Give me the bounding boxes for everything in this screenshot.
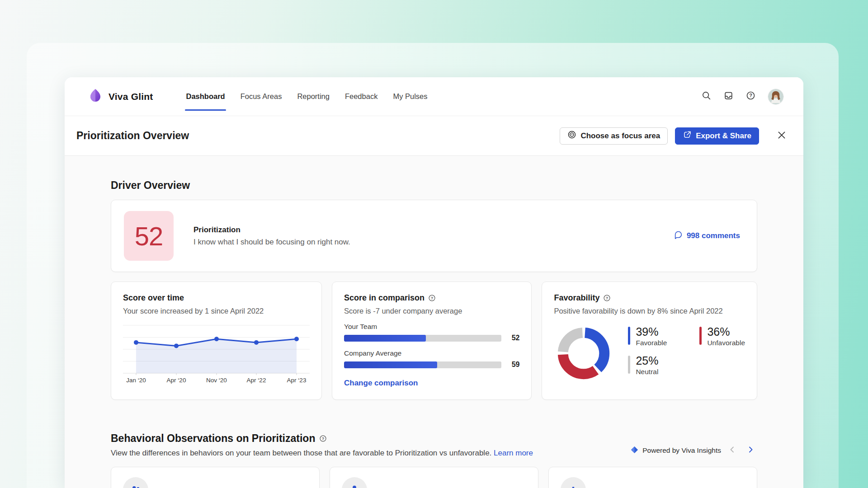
legend-favorable-swatch bbox=[628, 327, 630, 345]
driver-score-tile: 52 bbox=[124, 211, 174, 261]
metric-cards-row: Score over time Your score increased by … bbox=[111, 282, 757, 400]
svg-text:Apr ‘20: Apr ‘20 bbox=[167, 377, 186, 384]
bar-chart-icon bbox=[567, 484, 579, 488]
share-icon bbox=[683, 130, 692, 141]
your-team-bar-fill bbox=[344, 335, 426, 342]
your-team-bar-track bbox=[344, 335, 501, 342]
observation-cards-row bbox=[111, 467, 757, 488]
your-team-label: Your Team bbox=[344, 323, 519, 331]
viva-insights-icon bbox=[631, 446, 638, 455]
inbox-icon bbox=[724, 91, 733, 102]
behavioral-help-icon[interactable]: ? bbox=[319, 435, 327, 442]
comparison-help-icon[interactable]: ? bbox=[428, 294, 436, 302]
comments-link[interactable]: 998 comments bbox=[674, 230, 740, 242]
change-comparison-link[interactable]: Change comparison bbox=[344, 379, 418, 388]
company-average-value: 59 bbox=[508, 361, 519, 369]
your-team-value: 52 bbox=[508, 334, 519, 342]
driver-name: Prioritization bbox=[193, 225, 350, 235]
top-actions: ? bbox=[697, 88, 783, 106]
choose-focus-area-button[interactable]: Choose as focus area bbox=[560, 127, 668, 145]
comment-bubble-icon bbox=[674, 230, 683, 242]
chevron-left-icon bbox=[728, 446, 736, 455]
page-title: Prioritization Overview bbox=[76, 130, 189, 142]
company-average-bar-group: Company Average 59 bbox=[344, 349, 519, 369]
score-comparison-card: Score in comparison ? Score is -7 under … bbox=[332, 282, 532, 400]
bullseye-icon bbox=[567, 130, 576, 141]
your-team-bar-group: Your Team 52 bbox=[344, 323, 519, 342]
driver-score-value: 52 bbox=[135, 221, 163, 251]
legend-unfavorable-swatch bbox=[699, 327, 702, 345]
learn-more-link[interactable]: Learn more bbox=[494, 449, 533, 457]
legend-neutral: 25% Neutral bbox=[628, 354, 699, 376]
header-actions: Choose as focus area Export & Share bbox=[560, 127, 791, 145]
behavioral-heading: Behavioral Observations on Prioritizatio… bbox=[111, 432, 315, 445]
people-icon bbox=[130, 484, 142, 488]
viva-glint-logo-icon bbox=[87, 88, 104, 106]
content-area: Driver Overview 52 Prioritization I know… bbox=[65, 156, 803, 488]
search-button[interactable] bbox=[697, 88, 715, 106]
driver-overview-heading: Driver Overview bbox=[111, 179, 757, 192]
brand-name: Viva Glint bbox=[108, 91, 153, 102]
svg-text:?: ? bbox=[749, 93, 752, 98]
observation-card-1 bbox=[111, 467, 320, 488]
svg-text:Apr ‘23: Apr ‘23 bbox=[287, 377, 307, 384]
score-over-time-title: Score over time bbox=[123, 293, 184, 303]
observation-icon-circle bbox=[123, 477, 148, 488]
export-share-button[interactable]: Export & Share bbox=[675, 127, 759, 145]
nav-item-my-pulses[interactable]: My Pulses bbox=[385, 77, 435, 116]
app-window: Viva Glint Dashboard Focus Areas Reporti… bbox=[65, 77, 803, 488]
score-comparison-subtitle: Score is -7 under company average bbox=[344, 307, 519, 315]
score-over-time-card: Score over time Your score increased by … bbox=[111, 282, 322, 400]
legend-favorable: 39% Favorable bbox=[628, 325, 699, 347]
page-header: Prioritization Overview Choose as focus … bbox=[65, 116, 803, 156]
legend-unfavorable: 36% Unfavorable bbox=[699, 325, 745, 347]
close-icon bbox=[777, 130, 787, 142]
help-icon: ? bbox=[746, 91, 755, 102]
score-line-chart: Jan ‘20Apr ‘20Nov ‘20Apr ‘22Apr ‘23 bbox=[123, 323, 310, 384]
svg-text:Apr ‘22: Apr ‘22 bbox=[247, 377, 266, 384]
svg-text:?: ? bbox=[322, 436, 324, 441]
nav-items: Dashboard Focus Areas Reporting Feedback… bbox=[178, 77, 435, 116]
svg-text:?: ? bbox=[606, 296, 608, 300]
company-average-label: Company Average bbox=[344, 349, 519, 357]
carousel-next-button[interactable] bbox=[744, 444, 757, 457]
score-over-time-subtitle: Your score increased by 1 since April 20… bbox=[123, 307, 310, 315]
svg-text:?: ? bbox=[431, 296, 433, 300]
driver-text: Prioritization I know what I should be f… bbox=[193, 225, 350, 247]
person-icon bbox=[349, 484, 360, 488]
behavioral-section-header: Behavioral Observations on Prioritizatio… bbox=[111, 432, 757, 458]
driver-summary-card: 52 Prioritization I know what I should b… bbox=[111, 200, 757, 272]
inbox-button[interactable] bbox=[719, 88, 737, 106]
company-average-bar-fill bbox=[344, 361, 437, 368]
top-navigation: Viva Glint Dashboard Focus Areas Reporti… bbox=[65, 77, 803, 116]
nav-item-focus-areas[interactable]: Focus Areas bbox=[233, 77, 290, 116]
powered-by-viva-insights: Powered by Viva Insights bbox=[631, 446, 721, 455]
favorability-help-icon[interactable]: ? bbox=[603, 294, 611, 302]
svg-text:Nov ‘20: Nov ‘20 bbox=[206, 377, 227, 384]
legend-neutral-swatch bbox=[628, 356, 630, 374]
company-average-bar-track bbox=[344, 361, 501, 368]
favorability-card: Favorability ? Positive favorability is … bbox=[542, 282, 757, 400]
chevron-right-icon bbox=[746, 446, 755, 455]
observation-icon-circle bbox=[561, 477, 586, 488]
observation-card-2 bbox=[330, 467, 538, 488]
nav-item-feedback[interactable]: Feedback bbox=[337, 77, 385, 116]
driver-statement: I know what I should be focusing on righ… bbox=[193, 238, 350, 247]
observation-card-3 bbox=[548, 467, 757, 488]
favorability-legend: 39% Favorable 36% Unfavorable bbox=[628, 325, 745, 376]
user-avatar[interactable] bbox=[768, 89, 783, 104]
favorability-title: Favorability bbox=[554, 293, 599, 303]
favorability-donut-chart bbox=[554, 324, 613, 383]
score-comparison-title: Score in comparison bbox=[344, 293, 425, 303]
brand: Viva Glint bbox=[87, 88, 153, 106]
nav-item-dashboard[interactable]: Dashboard bbox=[178, 77, 232, 116]
carousel-prev-button[interactable] bbox=[726, 444, 739, 457]
observation-icon-circle bbox=[342, 477, 367, 488]
favorability-subtitle: Positive favorability is down by 8% sinc… bbox=[554, 307, 745, 315]
search-icon bbox=[702, 91, 711, 102]
svg-text:Jan ‘20: Jan ‘20 bbox=[126, 377, 146, 384]
help-button[interactable]: ? bbox=[741, 88, 760, 106]
nav-item-reporting[interactable]: Reporting bbox=[289, 77, 337, 116]
behavioral-description: View the differences in behaviors on you… bbox=[111, 449, 491, 457]
close-button[interactable] bbox=[773, 127, 791, 145]
